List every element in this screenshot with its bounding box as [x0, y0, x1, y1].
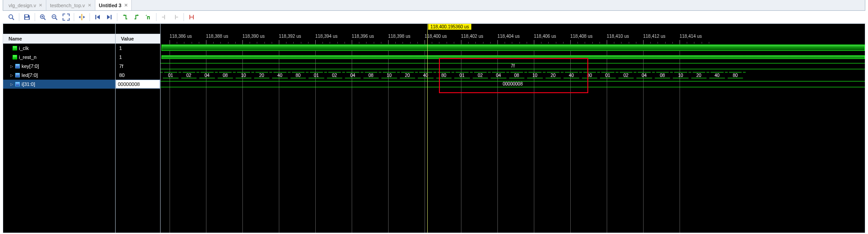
signal-row-led-7-0-[interactable]: ▷led[7:0]: [3, 71, 115, 80]
add-marker-icon[interactable]: +: [143, 12, 153, 22]
bus-cell: 01: [453, 72, 471, 78]
bus-cell: 02: [471, 72, 490, 78]
search-icon[interactable]: [6, 12, 16, 22]
signal-value[interactable]: 7f: [116, 62, 160, 71]
wave-track-i_clk[interactable]: [161, 44, 865, 53]
signal-name: i_rest_n: [19, 54, 36, 60]
svg-text:+: +: [145, 14, 148, 18]
tab-label: testbench_top.v: [50, 3, 85, 8]
tab-bar: vlg_design.v ✕ testbench_top.v ✕ Untitle…: [3, 0, 865, 11]
bus-cell: 01: [307, 72, 326, 78]
signal-value-column: Value 117f8000000008: [116, 24, 161, 233]
zoom-fit-icon[interactable]: [61, 12, 71, 22]
signal-value[interactable]: 80: [116, 71, 160, 80]
bus-cell: 08: [508, 72, 526, 78]
wave-track-led[interactable]: 01 02 04 08 10 20 40 80 01 02 04 08 10: [161, 71, 865, 80]
close-icon[interactable]: ✕: [124, 3, 128, 8]
bus-cell: 20: [544, 72, 563, 78]
marker-time-label[interactable]: 118,400.195360 us: [428, 24, 471, 30]
signal-row-key-7-0-[interactable]: ▷key[7:0]: [3, 62, 115, 71]
bus-cell: 80: [726, 72, 745, 78]
tab-testbench-top[interactable]: testbench_top.v ✕: [46, 0, 95, 10]
wave-track-key[interactable]: 7f: [161, 62, 865, 71]
expand-icon[interactable]: ▷: [9, 82, 13, 86]
bus-cell: 04: [344, 72, 362, 78]
zoom-in-icon[interactable]: [38, 12, 48, 22]
svg-line-1: [12, 18, 14, 20]
svg-rect-11: [95, 15, 96, 19]
expand-icon[interactable]: ▷: [9, 73, 13, 77]
bus-cell: 10: [234, 72, 253, 78]
svg-rect-3: [25, 18, 29, 19]
bus-cell: 08: [653, 72, 672, 78]
close-icon[interactable]: ✕: [39, 3, 42, 8]
time-marker[interactable]: [427, 24, 428, 233]
column-header-name[interactable]: Name: [3, 34, 115, 44]
time-ruler[interactable]: 118,386 us 118,388 us 118,390 us 118,392…: [161, 34, 865, 44]
zoom-out-icon[interactable]: [49, 12, 59, 22]
waveform-canvas[interactable]: 118,400.195360 us 118,386 us 118,388 us …: [161, 24, 865, 233]
bus-cell: 80: [289, 72, 308, 78]
bus-cell: 40: [271, 72, 289, 78]
signal-name: led[7:0]: [22, 72, 38, 78]
bus-cell: 04: [635, 72, 653, 78]
bus-cell: 20: [253, 72, 271, 78]
bus-cell: 10: [526, 72, 544, 78]
bus-cell: 08: [216, 72, 235, 78]
bus-cell: 20: [690, 72, 708, 78]
bus-cell: 02: [326, 72, 344, 78]
signal-value[interactable]: 00000008: [116, 80, 160, 89]
signal-name: i_clk: [19, 45, 29, 51]
svg-rect-2: [25, 15, 28, 17]
goto-end-icon[interactable]: [104, 12, 114, 22]
goto-cursor-icon[interactable]: [77, 12, 87, 22]
wave-track-i_rest_n[interactable]: [161, 53, 865, 62]
waveform-viewer: Name i_clk i_rest_n ▷key[7:0] ▷led[7:0] …: [3, 23, 865, 233]
bus-cell: 01: [161, 72, 180, 78]
bus-cell: 10: [380, 72, 398, 78]
signal-value[interactable]: 1: [116, 53, 160, 62]
next-marker-icon[interactable]: [171, 12, 181, 22]
goto-start-icon[interactable]: [93, 12, 103, 22]
svg-rect-12: [111, 15, 112, 19]
prev-marker-icon[interactable]: [159, 12, 169, 22]
bus-cell: 20: [398, 72, 417, 78]
save-icon[interactable]: [22, 12, 32, 22]
signal-name: i[31:0]: [22, 81, 35, 87]
bus-cell: 04: [198, 72, 216, 78]
signal-row-i-clk[interactable]: i_clk: [3, 44, 115, 53]
svg-point-0: [9, 14, 13, 18]
wave-track-i[interactable]: 00000008: [161, 80, 865, 89]
tab-label: Untitled 3: [99, 3, 121, 8]
bus-cell: 10: [671, 72, 690, 78]
signal-name: key[7:0]: [22, 63, 39, 69]
prev-edge-icon[interactable]: [120, 12, 130, 22]
toolbar: +: [3, 11, 865, 23]
bus-cell: 80: [581, 72, 599, 78]
column-header-value[interactable]: Value: [116, 34, 160, 44]
close-icon[interactable]: ✕: [88, 3, 91, 8]
bus-cell: 80: [435, 72, 453, 78]
signal-name-column: Name i_clk i_rest_n ▷key[7:0] ▷led[7:0] …: [3, 24, 116, 233]
signal-row-i-rest-n[interactable]: i_rest_n: [3, 53, 115, 62]
bus-cell: 40: [562, 72, 581, 78]
bus-cell: 01: [599, 72, 617, 78]
svg-line-9: [55, 18, 57, 20]
bus-cell: 02: [617, 72, 635, 78]
bus-cell: 40: [416, 72, 435, 78]
tab-vlg-design[interactable]: vlg_design.v ✕: [5, 0, 46, 10]
bus-cell: 40: [708, 72, 726, 78]
bus-cell: 08: [362, 72, 380, 78]
bus-cell: 02: [180, 72, 198, 78]
tab-untitled-3[interactable]: Untitled 3 ✕: [95, 0, 132, 10]
expand-icon[interactable]: ▷: [9, 64, 13, 68]
signal-row-i-31-0-[interactable]: ▷i[31:0]: [3, 80, 115, 89]
next-edge-icon[interactable]: [132, 12, 142, 22]
tab-label: vlg_design.v: [9, 3, 36, 8]
swap-markers-icon[interactable]: [187, 12, 197, 22]
bus-cell: 04: [489, 72, 508, 78]
svg-line-5: [44, 18, 45, 20]
signal-value[interactable]: 1: [116, 44, 160, 53]
